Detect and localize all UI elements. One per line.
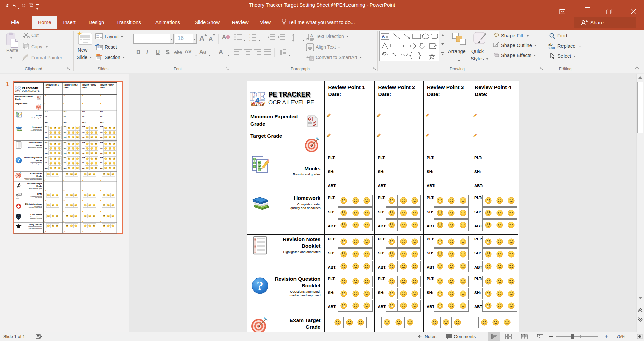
svg-text:1: 1 <box>249 33 250 36</box>
svg-text:3: 3 <box>249 39 250 42</box>
svg-text:A: A <box>310 33 313 38</box>
svg-text:ac: ac <box>551 46 555 49</box>
svg-text:2: 2 <box>249 36 250 39</box>
svg-text:A: A <box>382 34 385 39</box>
